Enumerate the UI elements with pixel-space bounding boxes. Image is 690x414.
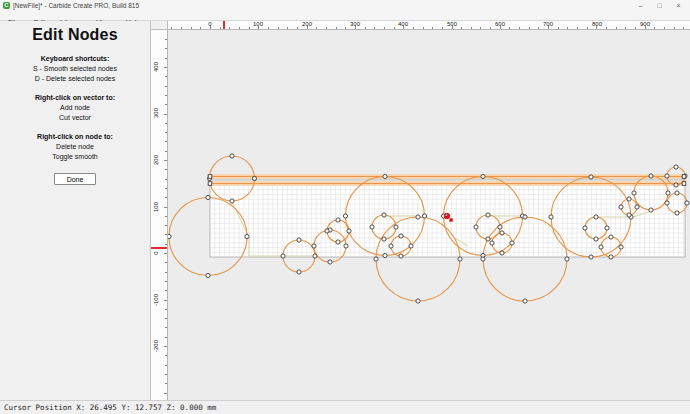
ruler-tick	[165, 151, 167, 152]
vector-node[interactable]	[674, 183, 678, 187]
endpoint-node[interactable]	[208, 182, 212, 186]
vector-node[interactable]	[481, 257, 485, 261]
ruler-tick	[471, 27, 472, 29]
ruler-tick	[606, 27, 607, 29]
ruler-tick	[165, 234, 167, 235]
vector-node[interactable]	[347, 229, 351, 233]
vector-node[interactable]	[674, 165, 678, 169]
vector-node[interactable]	[399, 254, 403, 258]
ruler-tick	[165, 169, 167, 170]
vector-node[interactable]	[343, 214, 347, 218]
vector-node[interactable]	[206, 273, 210, 277]
vector-node[interactable]	[230, 154, 234, 158]
vector-node[interactable]	[230, 199, 234, 203]
ruler-label: 0	[208, 21, 211, 27]
vector-node[interactable]	[486, 213, 490, 217]
vector-node[interactable]	[605, 226, 609, 230]
drawing-canvas[interactable]	[168, 30, 690, 400]
maximize-button[interactable]: □	[650, 0, 669, 11]
vector-node[interactable]	[422, 214, 426, 218]
vector-node[interactable]	[458, 257, 462, 261]
selected-node[interactable]	[444, 213, 450, 219]
selected-node-2[interactable]	[449, 218, 452, 221]
vector-node[interactable]	[609, 235, 613, 239]
vector-node[interactable]	[500, 251, 504, 255]
vector-node[interactable]	[370, 225, 374, 229]
vector-node[interactable]	[416, 299, 420, 303]
ruler-label: 100	[253, 21, 263, 27]
vector-node[interactable]	[675, 211, 679, 215]
vector-node[interactable]	[565, 257, 569, 261]
vector-node[interactable]	[666, 191, 670, 195]
node-header: Right-click on node to:	[0, 133, 150, 140]
close-button[interactable]: ×	[669, 0, 688, 11]
vector-node[interactable]	[168, 234, 171, 238]
vector-node[interactable]	[481, 174, 485, 178]
vector-node[interactable]	[665, 174, 669, 178]
selected-node-glint	[446, 215, 448, 217]
vector-node[interactable]	[632, 191, 636, 195]
vector-node[interactable]	[635, 205, 639, 209]
vector-node[interactable]	[619, 245, 623, 249]
endpoint-node[interactable]	[208, 175, 212, 179]
vector-node[interactable]	[490, 241, 494, 245]
vector-node[interactable]	[399, 234, 403, 238]
vector-node[interactable]	[583, 226, 587, 230]
minimize-button[interactable]: –	[631, 0, 650, 11]
vector-node[interactable]	[382, 213, 386, 217]
vector-node[interactable]	[589, 255, 593, 259]
vector-node[interactable]	[336, 240, 340, 244]
vector-node[interactable]	[206, 195, 210, 199]
vector-node[interactable]	[389, 244, 393, 248]
vector-node[interactable]	[328, 260, 332, 264]
ruler-tick	[558, 27, 559, 29]
vector-node[interactable]	[523, 299, 527, 303]
vector-node[interactable]	[675, 191, 679, 195]
vector-node[interactable]	[589, 175, 593, 179]
vector-node[interactable]	[336, 218, 340, 222]
vector-node[interactable]	[374, 257, 378, 261]
vector-node[interactable]	[245, 234, 249, 238]
vector-node[interactable]	[297, 238, 301, 242]
vector-node[interactable]	[281, 254, 285, 258]
vector-node[interactable]	[594, 237, 598, 241]
ruler-tick	[625, 27, 626, 29]
vector-node[interactable]	[325, 229, 329, 233]
ruler-tick	[567, 27, 568, 29]
vector-node[interactable]	[394, 225, 398, 229]
vector-node[interactable]	[594, 215, 598, 219]
vector-node[interactable]	[665, 201, 669, 205]
vector-node[interactable]	[344, 244, 348, 248]
vector-node[interactable]	[297, 270, 301, 274]
vector-node[interactable]	[523, 215, 527, 219]
vector-node[interactable]	[627, 197, 631, 201]
vector-node[interactable]	[649, 174, 653, 178]
ruler-tick	[365, 27, 366, 29]
vector-node[interactable]	[599, 245, 603, 249]
vector-node[interactable]	[312, 244, 316, 248]
done-button[interactable]: Done	[54, 173, 96, 185]
vector-node[interactable]	[609, 255, 613, 259]
vector-node[interactable]	[383, 174, 387, 178]
vector-node[interactable]	[549, 215, 553, 219]
vector-node[interactable]	[627, 213, 631, 217]
ruler-tick	[171, 27, 172, 29]
vector-node[interactable]	[685, 201, 689, 205]
vector-node[interactable]	[474, 225, 478, 229]
vector-node[interactable]	[382, 237, 386, 241]
vector-node[interactable]	[383, 253, 387, 257]
endpoint-node[interactable]	[682, 175, 686, 179]
canvas-area[interactable]	[168, 30, 690, 400]
vector-node[interactable]	[252, 176, 256, 180]
vector-node[interactable]	[619, 205, 623, 209]
vector-node[interactable]	[498, 225, 502, 229]
shortcut-smooth: S - Smooth selected nodes	[0, 65, 150, 72]
endpoint-node[interactable]	[682, 182, 686, 186]
vector-node[interactable]	[510, 241, 514, 245]
vector-node[interactable]	[409, 244, 413, 248]
vector-node[interactable]	[416, 215, 420, 219]
vector-node[interactable]	[486, 237, 490, 241]
vector-node[interactable]	[649, 208, 653, 212]
vector-node[interactable]	[500, 231, 504, 235]
vector-node[interactable]	[313, 254, 317, 258]
